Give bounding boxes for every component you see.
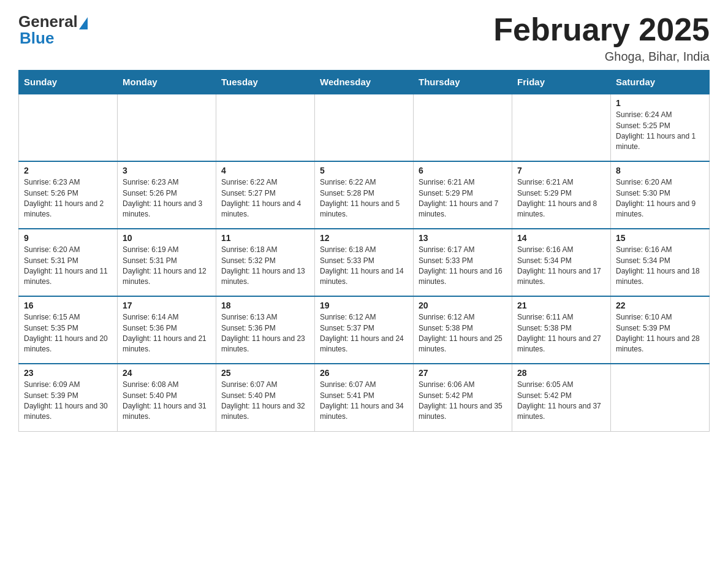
header-friday: Friday	[512, 71, 611, 94]
day-number: 10	[123, 233, 211, 243]
table-row: 15Sunrise: 6:16 AM Sunset: 5:34 PM Dayli…	[611, 229, 710, 296]
logo-blue-text: Blue	[18, 29, 54, 48]
day-info: Sunrise: 6:23 AM Sunset: 5:26 PM Dayligh…	[24, 177, 112, 220]
table-row: 23Sunrise: 6:09 AM Sunset: 5:39 PM Dayli…	[19, 364, 118, 431]
table-row: 1Sunrise: 6:24 AM Sunset: 5:25 PM Daylig…	[611, 94, 710, 161]
day-number: 19	[320, 301, 408, 310]
day-info: Sunrise: 6:21 AM Sunset: 5:29 PM Dayligh…	[419, 177, 507, 220]
day-info: Sunrise: 6:12 AM Sunset: 5:38 PM Dayligh…	[419, 312, 507, 355]
day-info: Sunrise: 6:07 AM Sunset: 5:40 PM Dayligh…	[221, 380, 309, 423]
day-info: Sunrise: 6:14 AM Sunset: 5:36 PM Dayligh…	[123, 312, 211, 355]
table-row: 2Sunrise: 6:23 AM Sunset: 5:26 PM Daylig…	[19, 161, 118, 229]
header-tuesday: Tuesday	[216, 71, 315, 94]
table-row: 22Sunrise: 6:10 AM Sunset: 5:39 PM Dayli…	[611, 296, 710, 364]
day-info: Sunrise: 6:18 AM Sunset: 5:32 PM Dayligh…	[221, 245, 309, 288]
day-info: Sunrise: 6:11 AM Sunset: 5:38 PM Dayligh…	[517, 312, 605, 355]
table-row: 19Sunrise: 6:12 AM Sunset: 5:37 PM Dayli…	[315, 296, 414, 364]
day-info: Sunrise: 6:08 AM Sunset: 5:40 PM Dayligh…	[123, 380, 211, 423]
table-row: 17Sunrise: 6:14 AM Sunset: 5:36 PM Dayli…	[118, 296, 216, 364]
table-row: 14Sunrise: 6:16 AM Sunset: 5:34 PM Dayli…	[512, 229, 611, 296]
day-info: Sunrise: 6:12 AM Sunset: 5:37 PM Dayligh…	[320, 312, 408, 355]
calendar-table: Sunday Monday Tuesday Wednesday Thursday…	[18, 70, 710, 432]
table-row	[611, 364, 710, 431]
table-row: 24Sunrise: 6:08 AM Sunset: 5:40 PM Dayli…	[118, 364, 216, 431]
table-row: 27Sunrise: 6:06 AM Sunset: 5:42 PM Dayli…	[414, 364, 512, 431]
day-number: 3	[123, 166, 211, 175]
day-number: 16	[24, 301, 112, 310]
location-label: Ghoga, Bihar, India	[493, 50, 710, 64]
table-row	[414, 94, 512, 161]
day-number: 7	[517, 166, 605, 175]
page-header: General Blue February 2025 Ghoga, Bihar,…	[18, 12, 710, 64]
day-info: Sunrise: 6:21 AM Sunset: 5:29 PM Dayligh…	[517, 177, 605, 220]
day-info: Sunrise: 6:22 AM Sunset: 5:27 PM Dayligh…	[221, 177, 309, 220]
table-row	[315, 94, 414, 161]
calendar-week-row: 1Sunrise: 6:24 AM Sunset: 5:25 PM Daylig…	[19, 94, 710, 161]
table-row: 16Sunrise: 6:15 AM Sunset: 5:35 PM Dayli…	[19, 296, 118, 364]
table-row: 20Sunrise: 6:12 AM Sunset: 5:38 PM Dayli…	[414, 296, 512, 364]
logo: General Blue	[18, 12, 88, 48]
table-row: 5Sunrise: 6:22 AM Sunset: 5:28 PM Daylig…	[315, 161, 414, 229]
table-row	[19, 94, 118, 161]
table-row: 26Sunrise: 6:07 AM Sunset: 5:41 PM Dayli…	[315, 364, 414, 431]
header-sunday: Sunday	[19, 71, 118, 94]
day-number: 2	[24, 166, 112, 175]
day-number: 5	[320, 166, 408, 175]
day-number: 14	[517, 233, 605, 243]
day-info: Sunrise: 6:06 AM Sunset: 5:42 PM Dayligh…	[419, 380, 507, 423]
day-number: 25	[221, 368, 309, 378]
day-info: Sunrise: 6:20 AM Sunset: 5:30 PM Dayligh…	[616, 177, 704, 220]
day-number: 22	[616, 301, 704, 310]
calendar-week-row: 23Sunrise: 6:09 AM Sunset: 5:39 PM Dayli…	[19, 364, 710, 431]
title-area: February 2025 Ghoga, Bihar, India	[493, 12, 710, 64]
day-number: 12	[320, 233, 408, 243]
day-number: 1	[616, 98, 704, 108]
day-info: Sunrise: 6:19 AM Sunset: 5:31 PM Dayligh…	[123, 245, 211, 288]
calendar-week-row: 9Sunrise: 6:20 AM Sunset: 5:31 PM Daylig…	[19, 229, 710, 296]
day-info: Sunrise: 6:23 AM Sunset: 5:26 PM Dayligh…	[123, 177, 211, 220]
day-number: 17	[123, 301, 211, 310]
table-row	[512, 94, 611, 161]
day-info: Sunrise: 6:24 AM Sunset: 5:25 PM Dayligh…	[616, 110, 704, 153]
day-info: Sunrise: 6:16 AM Sunset: 5:34 PM Dayligh…	[517, 245, 605, 288]
day-number: 6	[419, 166, 507, 175]
header-saturday: Saturday	[611, 71, 710, 94]
day-info: Sunrise: 6:07 AM Sunset: 5:41 PM Dayligh…	[320, 380, 408, 423]
table-row: 13Sunrise: 6:17 AM Sunset: 5:33 PM Dayli…	[414, 229, 512, 296]
table-row: 3Sunrise: 6:23 AM Sunset: 5:26 PM Daylig…	[118, 161, 216, 229]
day-number: 4	[221, 166, 309, 175]
day-number: 28	[517, 368, 605, 378]
day-number: 24	[123, 368, 211, 378]
table-row	[216, 94, 315, 161]
day-number: 18	[221, 301, 309, 310]
day-info: Sunrise: 6:22 AM Sunset: 5:28 PM Dayligh…	[320, 177, 408, 220]
header-monday: Monday	[118, 71, 216, 94]
table-row: 11Sunrise: 6:18 AM Sunset: 5:32 PM Dayli…	[216, 229, 315, 296]
day-info: Sunrise: 6:10 AM Sunset: 5:39 PM Dayligh…	[616, 312, 704, 355]
header-thursday: Thursday	[414, 71, 512, 94]
day-info: Sunrise: 6:20 AM Sunset: 5:31 PM Dayligh…	[24, 245, 112, 288]
table-row: 8Sunrise: 6:20 AM Sunset: 5:30 PM Daylig…	[611, 161, 710, 229]
day-info: Sunrise: 6:18 AM Sunset: 5:33 PM Dayligh…	[320, 245, 408, 288]
day-number: 26	[320, 368, 408, 378]
day-info: Sunrise: 6:17 AM Sunset: 5:33 PM Dayligh…	[419, 245, 507, 288]
table-row: 18Sunrise: 6:13 AM Sunset: 5:36 PM Dayli…	[216, 296, 315, 364]
table-row: 4Sunrise: 6:22 AM Sunset: 5:27 PM Daylig…	[216, 161, 315, 229]
day-number: 9	[24, 233, 112, 243]
day-number: 8	[616, 166, 704, 175]
day-number: 27	[419, 368, 507, 378]
header-wednesday: Wednesday	[315, 71, 414, 94]
table-row: 6Sunrise: 6:21 AM Sunset: 5:29 PM Daylig…	[414, 161, 512, 229]
weekday-header-row: Sunday Monday Tuesday Wednesday Thursday…	[19, 71, 710, 94]
table-row: 9Sunrise: 6:20 AM Sunset: 5:31 PM Daylig…	[19, 229, 118, 296]
day-info: Sunrise: 6:16 AM Sunset: 5:34 PM Dayligh…	[616, 245, 704, 288]
day-number: 11	[221, 233, 309, 243]
day-number: 20	[419, 301, 507, 310]
calendar-title: February 2025	[493, 12, 710, 47]
table-row: 28Sunrise: 6:05 AM Sunset: 5:42 PM Dayli…	[512, 364, 611, 431]
table-row: 10Sunrise: 6:19 AM Sunset: 5:31 PM Dayli…	[118, 229, 216, 296]
day-info: Sunrise: 6:05 AM Sunset: 5:42 PM Dayligh…	[517, 380, 605, 423]
table-row: 7Sunrise: 6:21 AM Sunset: 5:29 PM Daylig…	[512, 161, 611, 229]
day-number: 23	[24, 368, 112, 378]
calendar-week-row: 2Sunrise: 6:23 AM Sunset: 5:26 PM Daylig…	[19, 161, 710, 229]
